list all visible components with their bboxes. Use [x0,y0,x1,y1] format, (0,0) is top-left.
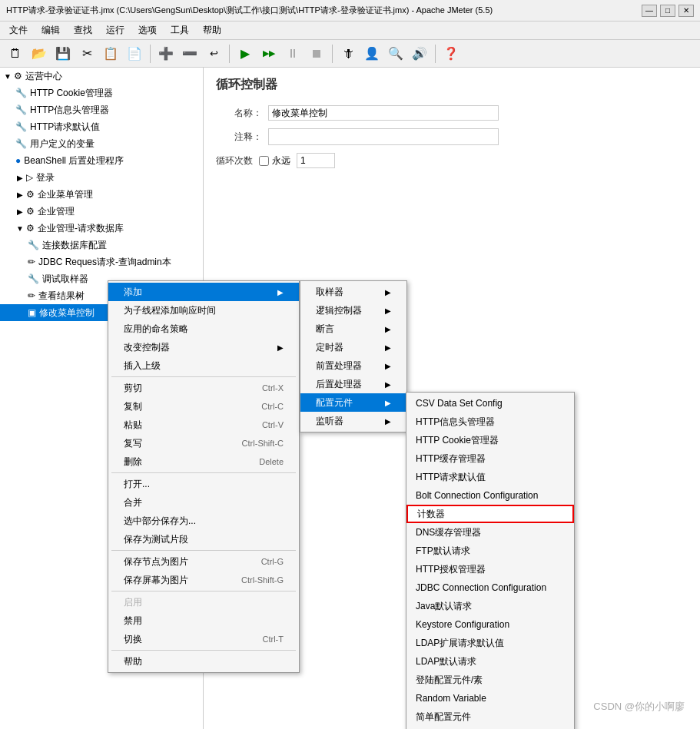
name-input[interactable] [268,105,499,121]
sidebar-item-enterprise-mgmt[interactable]: ▶ ⚙ 企业管理 [0,203,203,220]
ctx-apply-naming[interactable]: 应用的命名策略 [108,320,299,338]
ctx2-logic-controller-label: 逻辑控制器 [316,304,362,317]
ctx3-java-defaults[interactable]: Java默认请求 [406,597,574,615]
toolbar-sep-4 [435,45,436,63]
ctx-save-screen-image[interactable]: 保存屏幕为图片 Ctrl-Shift-G [108,571,299,589]
ctx3-http-header-mgr[interactable]: HTTP信息头管理器 [406,413,574,431]
forever-checkbox[interactable] [259,156,269,166]
watermark: CSDN @你的小啊廖 [593,700,685,714]
ctx-open[interactable]: 打开... [108,475,299,493]
ctx-delete[interactable]: 删除 Delete [108,452,299,471]
ctx3-ldap-extended[interactable]: LDAP扩展请求默认值 [406,634,574,652]
toolbar-add[interactable]: ➕ [155,43,177,65]
ctx-save-snippet[interactable]: 保存为测试片段 [108,530,299,548]
ctx3-dns-cache[interactable]: DNS缓存管理器 [406,523,574,542]
toolbar-paste[interactable]: 📄 [124,43,145,65]
toolbar-start-no-pause[interactable]: ▶▶ [258,43,280,65]
toolbar-stop[interactable]: ⏹ [306,43,327,65]
minimize-button[interactable]: — [642,5,657,17]
toolbar-clear[interactable]: 🔊 [409,43,430,65]
toolbar-pause[interactable]: ⏸ [282,43,304,65]
menu-file[interactable]: 文件 [3,22,34,38]
sidebar-item-root[interactable]: ▼ ⚙ 运营中心 [0,68,203,84]
toolbar-help[interactable]: ❓ [440,43,462,65]
toolbar-search[interactable]: 🔍 [385,43,406,65]
ctx-add-think-time[interactable]: 为子线程添加响应时间 [108,301,299,320]
ctx-save-node-image[interactable]: 保存节点为图片 Ctrl-G [108,552,299,571]
menu-edit[interactable]: 编辑 [35,22,66,38]
ctx2-logic-controller[interactable]: 逻辑控制器 ▶ [300,301,406,320]
ctx3-http-defaults[interactable]: HTTP请求默认值 [406,468,574,486]
ctx3-bolt-connection[interactable]: Bolt Connection Configuration [406,486,574,505]
ctx-enable: 启用 [108,593,299,611]
ctx-help[interactable]: 帮助 [108,652,299,671]
menu-help[interactable]: 帮助 [197,22,227,38]
ctx2-post-processor[interactable]: 后置处理器 ▶ [300,375,406,393]
sidebar-item-cookie[interactable]: 🔧 HTTP Cookie管理器 [0,84,203,101]
ctx3-http-auth[interactable]: HTTP授权管理器 [406,560,574,578]
ctx3-jdbc-connection[interactable]: JDBC Connection Configuration [406,578,574,597]
ctx-insert-parent[interactable]: 插入上级 [108,356,299,375]
toolbar-sep-3 [332,45,333,63]
loop-count-input[interactable] [297,153,335,168]
ctx-change-controller[interactable]: 改变控制器 ▶ [108,338,299,356]
ctx2-listener-arrow: ▶ [385,417,391,426]
ctx3-http-cache-mgr[interactable]: HTTP缓存管理器 [406,449,574,468]
ctx3-keystore[interactable]: Keystore Configuration [406,615,574,634]
ctx-sep-3 [111,550,296,551]
menu-tools[interactable]: 工具 [164,22,195,38]
ctx2-assertion[interactable]: 断言 ▶ [300,320,406,338]
ctx-duplicate[interactable]: 复写 Ctrl-Shift-C [108,434,299,452]
ctx3-ldap-extended-label: LDAP扩展请求默认值 [416,637,504,650]
ctx2-timer[interactable]: 定时器 ▶ [300,338,406,356]
toolbar-copy[interactable]: 📋 [100,43,121,65]
toolbar-cut2[interactable]: 🗡 [337,43,359,65]
close-button[interactable]: ✕ [678,5,694,17]
ctx3-ldap-defaults[interactable]: LDAP默认请求 [406,652,574,671]
sidebar-item-defaults[interactable]: 🔧 HTTP请求默认值 [0,118,203,135]
label-modify-menu: 修改菜单控制 [39,307,95,320]
toolbar-remove[interactable]: ➖ [179,43,201,65]
toolbar-start[interactable]: ▶ [234,43,256,65]
ctx3-counter[interactable]: 计数器 [406,505,574,523]
ctx-add[interactable]: 添加 ▶ [108,283,299,301]
ctx-paste[interactable]: 粘贴 Ctrl-V [108,416,299,434]
sidebar-item-jdbc-req[interactable]: ✏ JDBC Reques请求-查询admin本 [0,253,203,270]
comment-input[interactable] [268,128,499,145]
ctx3-random-variable[interactable]: Random Variable [406,689,574,707]
sidebar-item-enterprise-db[interactable]: ▼ ⚙ 企业管理-请求数据库 [0,220,203,237]
ctx3-csv-data-set[interactable]: CSV Data Set Config [406,394,574,413]
sidebar-item-vars[interactable]: 🔧 用户定义的变量 [0,135,203,152]
ctx-cut[interactable]: 剪切 Ctrl-X [108,379,299,397]
sidebar-item-beanshell[interactable]: ● BeanShell 后置处理程序 [0,152,203,169]
toolbar-expand[interactable]: ↩ [203,43,224,65]
sidebar-item-enterprise-menu[interactable]: ▶ ⚙ 企业菜单管理 [0,186,203,203]
menu-options[interactable]: 选项 [132,22,163,38]
ctx3-ftp-defaults[interactable]: FTP默认请求 [406,542,574,560]
ctx2-listener[interactable]: 监听器 ▶ [300,412,406,430]
ctx3-http-cookie-mgr[interactable]: HTTP Cookie管理器 [406,431,574,449]
toolbar-remote[interactable]: 👤 [361,43,383,65]
ctx3-login-config[interactable]: 登陆配置元件/素 [406,671,574,689]
comment-label: 注释： [216,131,262,144]
toolbar-save[interactable]: 💾 [52,43,74,65]
toolbar-new[interactable]: 🗒 [5,43,26,65]
ctx2-pre-processor[interactable]: 前置处理器 ▶ [300,356,406,375]
menu-search[interactable]: 查找 [68,22,98,38]
ctx3-tcp-sampler-config[interactable]: TCP取样器配置 [406,726,574,729]
ctx2-config-element[interactable]: 配置元件 ▶ [300,393,406,412]
ctx-copy[interactable]: 复制 Ctrl-C [108,397,299,416]
toolbar-open[interactable]: 📂 [28,43,50,65]
ctx-toggle[interactable]: 切换 Ctrl-T [108,630,299,648]
ctx2-sampler[interactable]: 取样器 ▶ [300,283,406,301]
sidebar-item-login[interactable]: ▶ ▷ 登录 [0,169,203,186]
ctx-disable[interactable]: 禁用 [108,611,299,630]
menu-run[interactable]: 运行 [100,22,131,38]
sidebar-item-connect-db[interactable]: 🔧 连接数据库配置 [0,237,203,253]
ctx-save-selection[interactable]: 选中部分保存为... [108,512,299,530]
ctx-merge[interactable]: 合并 [108,493,299,512]
ctx3-simple-config[interactable]: 简单配置元件 [406,707,574,726]
maximize-button[interactable]: □ [660,5,675,17]
toolbar-cut[interactable]: ✂ [76,43,98,65]
sidebar-item-header[interactable]: 🔧 HTTP信息头管理器 [0,101,203,118]
